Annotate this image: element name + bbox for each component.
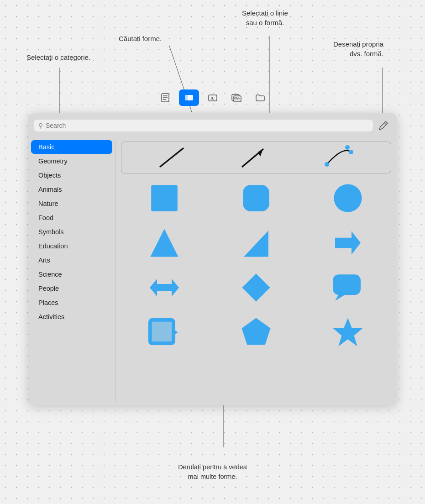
svg-point-20 — [325, 162, 329, 167]
search-input[interactable] — [46, 122, 368, 129]
shape-panel: ⚲ BasicGeometryObjectsAnimalsNatureFoodS… — [28, 113, 397, 405]
sidebar-item-activities[interactable]: Activities — [31, 310, 112, 324]
svg-marker-38 — [333, 318, 362, 346]
shape-double-arrow[interactable] — [121, 268, 208, 308]
shape-star[interactable] — [304, 312, 391, 352]
shape-triangle[interactable] — [121, 223, 208, 263]
shapes-grid — [115, 137, 397, 405]
svg-marker-30 — [150, 279, 179, 296]
diagonal-line-shape[interactable] — [156, 144, 188, 171]
shape-diamond[interactable] — [213, 268, 300, 308]
pen-tool-button[interactable] — [376, 118, 391, 133]
shape-pentagon[interactable] — [213, 312, 300, 352]
text-tool-button[interactable] — [155, 89, 175, 106]
arrow-line-shape[interactable] — [238, 144, 270, 171]
curved-line-shape[interactable] — [320, 144, 357, 171]
shape-circle[interactable] — [304, 178, 391, 218]
folder-tool-button[interactable] — [250, 89, 270, 106]
sidebar-item-science[interactable]: Science — [31, 268, 112, 281]
sidebar-item-geometry[interactable]: Geometry — [31, 154, 112, 168]
svg-rect-32 — [333, 274, 361, 295]
sidebar-item-basic[interactable]: Basic — [31, 140, 112, 154]
svg-marker-27 — [151, 229, 178, 257]
sidebar-item-objects[interactable]: Objects — [31, 168, 112, 182]
svg-text:A: A — [210, 96, 214, 101]
toolbar: A — [0, 89, 425, 106]
svg-line-17 — [160, 148, 183, 167]
search-icon: ⚲ — [38, 122, 43, 129]
shape-speech-bubble[interactable] — [304, 268, 391, 308]
sidebar-item-people[interactable]: People — [31, 282, 112, 295]
panel-body: BasicGeometryObjectsAnimalsNatureFoodSym… — [28, 137, 397, 405]
svg-marker-28 — [244, 231, 268, 257]
sidebar-item-places[interactable]: Places — [31, 296, 112, 310]
sidebar-item-animals[interactable]: Animals — [31, 183, 112, 196]
svg-marker-37 — [241, 318, 270, 345]
shape-square-outline-thick[interactable] — [121, 312, 208, 352]
shape-square[interactable] — [121, 178, 208, 218]
svg-rect-24 — [152, 185, 178, 211]
svg-marker-29 — [335, 231, 361, 254]
shape-arrow-right[interactable] — [304, 223, 391, 263]
shapes-tool-button[interactable] — [179, 89, 199, 106]
shape-rounded-square[interactable] — [213, 178, 300, 218]
svg-rect-25 — [243, 185, 269, 211]
sidebar-item-food[interactable]: Food — [31, 211, 112, 225]
svg-marker-33 — [335, 294, 346, 300]
media-tool-button[interactable] — [226, 89, 247, 106]
svg-rect-34 — [150, 320, 173, 343]
shape-right-triangle[interactable] — [213, 223, 300, 263]
search-input-wrap[interactable]: ⚲ — [34, 120, 373, 131]
sidebar-item-nature[interactable]: Nature — [31, 197, 112, 210]
svg-point-26 — [334, 184, 362, 212]
sidebar-item-education[interactable]: Education — [31, 239, 112, 253]
search-bar: ⚲ — [28, 113, 397, 137]
lines-row — [121, 142, 391, 173]
textbox-tool-button[interactable]: A — [203, 89, 223, 106]
svg-rect-10 — [188, 95, 193, 100]
svg-marker-31 — [242, 273, 270, 301]
sidebar: BasicGeometryObjectsAnimalsNatureFoodSym… — [28, 137, 115, 405]
sidebar-item-symbols[interactable]: Symbols — [31, 225, 112, 239]
sidebar-item-arts[interactable]: Arts — [31, 253, 112, 267]
